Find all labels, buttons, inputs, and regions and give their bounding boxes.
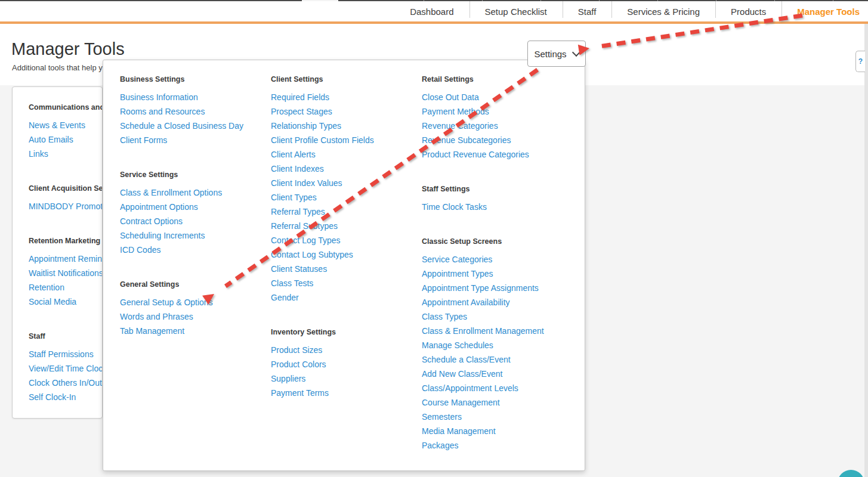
menu-link[interactable]: Payment Methods — [422, 107, 489, 116]
menu-link-item[interactable]: Referral Types — [271, 205, 417, 219]
menu-link-item[interactable]: Manage Schedules — [422, 338, 568, 352]
chat-bubble-button[interactable] — [838, 470, 864, 477]
menu-link[interactable]: Schedule a Closed Business Day — [120, 121, 243, 131]
menu-link-item[interactable]: Semesters — [422, 410, 568, 424]
menu-link-item[interactable]: Appointment Types — [422, 267, 568, 281]
menu-link-item[interactable]: Schedule a Closed Business Day — [120, 119, 266, 133]
menu-link-item[interactable]: Client Alerts — [271, 147, 417, 162]
sidebar-link[interactable]: Auto Emails — [29, 135, 73, 144]
help-tab-button[interactable]: ? — [855, 51, 865, 72]
menu-link[interactable]: Referral Subtypes — [271, 221, 338, 231]
sidebar-link[interactable]: News & Events — [29, 120, 85, 130]
menu-link[interactable]: Manage Schedules — [422, 340, 493, 350]
menu-link[interactable]: Client Statuses — [271, 264, 327, 274]
menu-link-item[interactable]: Class Tests — [271, 276, 417, 290]
menu-link[interactable]: Client Profile Custom Fields — [271, 135, 374, 145]
menu-link[interactable]: Relationship Types — [271, 121, 341, 131]
menu-link[interactable]: Gender — [271, 293, 299, 302]
menu-link[interactable]: Course Management — [422, 398, 500, 407]
menu-link[interactable]: Media Management — [422, 426, 496, 436]
menu-link[interactable]: Client Alerts — [271, 150, 316, 159]
menu-link[interactable]: Appointment Options — [120, 202, 198, 212]
menu-link[interactable]: Client Types — [271, 193, 317, 202]
nav-tab-products[interactable]: Products — [715, 1, 781, 21]
menu-link[interactable]: Contact Log Subtypes — [271, 250, 353, 259]
menu-link[interactable]: Schedule a Class/Event — [422, 355, 511, 364]
menu-link[interactable]: Referral Types — [271, 207, 325, 216]
menu-link-item[interactable]: Service Categories — [422, 252, 568, 267]
sidebar-link[interactable]: Social Media — [29, 297, 76, 306]
menu-link[interactable]: Suppliers — [271, 374, 305, 383]
menu-link[interactable]: Contact Log Types — [271, 236, 340, 245]
sidebar-link[interactable]: MINDBODY Promote — [29, 202, 103, 211]
sidebar-link[interactable]: View/Edit Time Clock — [29, 364, 103, 373]
menu-link[interactable]: Appointment Availability — [422, 298, 510, 307]
menu-link[interactable]: Tab Management — [120, 326, 184, 336]
menu-link-item[interactable]: Revenue Subcategories — [422, 133, 568, 147]
menu-link-item[interactable]: Close Out Data — [422, 90, 568, 104]
menu-link-item[interactable]: Suppliers — [271, 371, 417, 386]
menu-link[interactable]: Close Out Data — [422, 92, 479, 102]
menu-link[interactable]: Appointment Type Assignments — [422, 283, 539, 293]
menu-link-item[interactable]: Tab Management — [120, 324, 266, 338]
menu-link-item[interactable]: Referral Subtypes — [271, 219, 417, 233]
menu-link-item[interactable]: Add New Class/Event — [422, 367, 568, 381]
sidebar-link[interactable]: Retention — [29, 283, 64, 292]
menu-link-item[interactable]: Course Management — [422, 395, 568, 410]
menu-link-item[interactable]: Media Management — [422, 424, 568, 438]
menu-link[interactable]: Revenue Subcategories — [422, 135, 511, 145]
menu-link-item[interactable]: Contract Options — [120, 214, 266, 228]
menu-link-item[interactable]: Time Clock Tasks — [422, 200, 568, 214]
menu-link-item[interactable]: Revenue Categories — [422, 119, 568, 133]
menu-link-item[interactable]: Words and Phrases — [120, 309, 266, 324]
menu-link-item[interactable]: Gender — [271, 290, 417, 305]
menu-link-item[interactable]: Client Types — [271, 190, 417, 205]
menu-link-item[interactable]: Prospect Stages — [271, 104, 417, 119]
menu-link-item[interactable]: Client Indexes — [271, 162, 417, 176]
menu-link[interactable]: Time Clock Tasks — [422, 202, 487, 212]
sidebar-link-item[interactable]: Auto Emails — [29, 132, 102, 147]
menu-link[interactable]: Client Indexes — [271, 164, 324, 174]
sidebar-link-item[interactable]: News & Events — [29, 118, 102, 132]
sidebar-link-item[interactable]: MINDBODY Promote — [29, 199, 102, 213]
menu-link-item[interactable]: Client Forms — [120, 133, 266, 147]
sidebar-link-item[interactable]: Clock Others In/Out — [29, 376, 102, 390]
menu-link-item[interactable]: Class & Enrollment Options — [120, 185, 266, 200]
sidebar-link[interactable]: Clock Others In/Out — [29, 378, 102, 388]
menu-link-item[interactable]: Business Information — [120, 90, 266, 104]
menu-link-item[interactable]: Client Statuses — [271, 262, 417, 276]
menu-link-item[interactable]: Payment Methods — [422, 104, 568, 119]
menu-link[interactable]: Class & Enrollment Management — [422, 326, 544, 336]
menu-link-item[interactable]: Payment Terms — [271, 386, 417, 400]
menu-link[interactable]: Required Fields — [271, 92, 329, 102]
sidebar-link[interactable]: Self Clock-In — [29, 392, 76, 402]
menu-link[interactable]: Words and Phrases — [120, 312, 193, 321]
sidebar-link[interactable]: Appointment Remind — [29, 254, 103, 264]
menu-link[interactable]: Business Information — [120, 92, 198, 102]
nav-tab-services-pricing[interactable]: Services & Pricing — [611, 1, 715, 21]
menu-link-item[interactable]: Client Profile Custom Fields — [271, 133, 417, 147]
menu-link-item[interactable]: Relationship Types — [271, 119, 417, 133]
menu-link[interactable]: Class Tests — [271, 278, 313, 288]
sidebar-link-item[interactable]: Social Media — [29, 295, 102, 309]
menu-link[interactable]: Contract Options — [120, 216, 183, 226]
menu-link[interactable]: Product Colors — [271, 360, 326, 369]
settings-button[interactable]: Settings — [527, 41, 586, 67]
menu-link-item[interactable]: Class Types — [422, 309, 568, 324]
menu-link[interactable]: Semesters — [422, 412, 462, 422]
menu-link-item[interactable]: Contact Log Subtypes — [271, 247, 417, 262]
menu-link[interactable]: Rooms and Resources — [120, 107, 205, 116]
menu-link-item[interactable]: Product Revenue Categories — [422, 147, 568, 162]
menu-link-item[interactable]: Appointment Availability — [422, 295, 568, 309]
sidebar-link-item[interactable]: View/Edit Time Clock — [29, 361, 102, 376]
sidebar-link-item[interactable]: Links — [29, 147, 102, 161]
sidebar-link-item[interactable]: Waitlist Notifications — [29, 266, 102, 280]
menu-link[interactable]: Service Categories — [422, 255, 492, 264]
nav-tab-dashboard[interactable]: Dashboard — [394, 1, 469, 21]
menu-link-item[interactable]: Class & Enrollment Management — [422, 324, 568, 338]
menu-link-item[interactable]: Scheduling Increments — [120, 228, 266, 243]
menu-link-item[interactable]: Client Index Values — [271, 176, 417, 190]
menu-link[interactable]: Client Index Values — [271, 178, 342, 188]
menu-link[interactable]: Packages — [422, 441, 458, 450]
menu-link-item[interactable]: Required Fields — [271, 90, 417, 104]
